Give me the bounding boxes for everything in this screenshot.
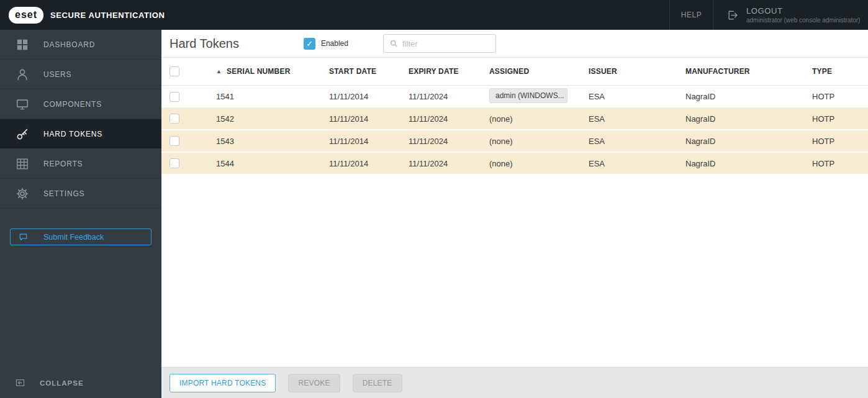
sidebar-item-label: HARD TOKENS: [43, 130, 102, 138]
logout-label: LOGOUT: [746, 6, 860, 16]
revoke-button[interactable]: REVOKE: [288, 374, 340, 392]
table-row[interactable]: 1543 11/11/2014 11/11/2024 (none) ESA Na…: [161, 130, 868, 153]
cell-type: HOTP: [812, 92, 868, 101]
cell-start-date: 11/11/2014: [329, 137, 409, 146]
table-header-row: ▲ SERIAL NUMBER START DATE EXPIRY DATE A…: [161, 57, 868, 86]
brand-area: eset SECURE AUTHENTICATION: [0, 0, 165, 30]
collapse-label: COLLAPSE: [40, 379, 84, 387]
enabled-filter-toggle[interactable]: ✓ Enabled: [304, 38, 348, 50]
monitor-icon: [15, 97, 30, 112]
sidebar-item-users[interactable]: USERS: [0, 60, 161, 89]
column-header-assigned[interactable]: ASSIGNED: [489, 67, 589, 76]
column-header-issuer[interactable]: ISSUER: [589, 67, 685, 76]
cell-issuer: ESA: [589, 92, 685, 101]
sidebar-item-label: USERS: [43, 70, 71, 79]
row-checkbox[interactable]: [170, 114, 179, 124]
sidebar-item-components[interactable]: COMPONENTS: [0, 89, 161, 119]
filter-search-box[interactable]: [383, 34, 496, 53]
cell-assigned: admin (WINDOWS...: [489, 88, 589, 105]
column-header-type[interactable]: TYPE: [812, 67, 868, 76]
table-row[interactable]: 1542 11/11/2014 11/11/2024 (none) ESA Na…: [161, 108, 868, 130]
reports-grid-icon: [15, 156, 30, 171]
cell-start-date: 11/11/2014: [329, 114, 409, 124]
sidebar-item-dashboard[interactable]: DASHBOARD: [0, 30, 161, 60]
cell-manufacturer: NagraID: [685, 137, 812, 146]
cell-serial-number: 1542: [216, 114, 329, 124]
enabled-label: Enabled: [321, 39, 348, 48]
logout-subtitle: administrator (web console administrator…: [746, 17, 860, 24]
cell-assigned: (none): [489, 159, 589, 168]
cell-issuer: ESA: [589, 159, 685, 168]
main-content: Hard Tokens ✓ Enabled ▲: [161, 30, 868, 398]
column-header-expiry-date[interactable]: EXPIRY DATE: [409, 67, 489, 76]
delete-button[interactable]: DELETE: [353, 374, 402, 392]
import-hard-tokens-button[interactable]: IMPORT HARD TOKENS: [170, 374, 276, 392]
cell-expiry-date: 11/11/2024: [409, 137, 489, 146]
search-icon: [389, 39, 398, 48]
cell-serial-number: 1543: [216, 137, 329, 146]
collapse-button[interactable]: COLLAPSE: [15, 378, 84, 389]
sort-ascending-icon: ▲: [216, 68, 222, 75]
cell-assigned: (none): [489, 137, 589, 146]
sidebar-item-label: COMPONENTS: [43, 100, 102, 109]
select-all-checkbox[interactable]: [170, 66, 179, 76]
gear-icon: [15, 186, 30, 201]
user-icon: [15, 67, 30, 82]
hard-tokens-table: ▲ SERIAL NUMBER START DATE EXPIRY DATE A…: [161, 57, 868, 175]
table-row[interactable]: 1541 11/11/2014 11/11/2024 admin (WINDOW…: [161, 86, 868, 108]
cell-manufacturer: NagraID: [685, 92, 812, 101]
app-title: SECURE AUTHENTICATION: [50, 11, 165, 20]
cell-manufacturer: NagraID: [685, 114, 812, 124]
app-window: eset SECURE AUTHENTICATION HELP LOGOUT a…: [0, 0, 868, 398]
cell-expiry-date: 11/11/2024: [409, 114, 489, 124]
cell-serial-number: 1544: [216, 159, 329, 168]
sidebar-item-label: DASHBOARD: [43, 40, 95, 49]
cell-issuer: ESA: [589, 137, 685, 146]
enabled-checkbox[interactable]: ✓: [304, 38, 315, 50]
cell-start-date: 11/11/2014: [329, 92, 409, 101]
column-header-serial-number[interactable]: ▲ SERIAL NUMBER: [216, 67, 329, 76]
table-row[interactable]: 1544 11/11/2014 11/11/2024 (none) ESA Na…: [161, 153, 868, 175]
sidebar-nav: DASHBOARD USERS COMPONENTS HARD TOKENS: [0, 30, 161, 209]
top-bar: eset SECURE AUTHENTICATION HELP LOGOUT a…: [0, 0, 868, 30]
sidebar-item-label: REPORTS: [43, 160, 83, 168]
cell-issuer: ESA: [589, 114, 685, 124]
row-checkbox[interactable]: [170, 92, 179, 102]
submit-feedback-button[interactable]: Submit Feedback: [10, 228, 151, 245]
row-checkbox[interactable]: [170, 136, 179, 146]
cell-manufacturer: NagraID: [685, 159, 812, 168]
row-checkbox[interactable]: [170, 158, 179, 168]
help-button[interactable]: HELP: [669, 0, 713, 30]
select-all-cell: [161, 66, 216, 76]
check-icon: ✓: [306, 39, 313, 48]
logout-button[interactable]: LOGOUT administrator (web console admini…: [713, 0, 868, 30]
sidebar-item-settings[interactable]: SETTINGS: [0, 179, 161, 209]
cell-start-date: 11/11/2014: [329, 159, 409, 168]
logout-text-block: LOGOUT administrator (web console admini…: [746, 6, 860, 24]
top-bar-right: HELP LOGOUT administrator (web console a…: [669, 0, 868, 30]
cell-type: HOTP: [812, 114, 868, 124]
page-title: Hard Tokens: [170, 37, 239, 51]
sidebar-item-label: SETTINGS: [43, 189, 84, 198]
column-header-start-date[interactable]: START DATE: [329, 67, 409, 76]
cell-expiry-date: 11/11/2024: [409, 159, 489, 168]
assigned-user-chip[interactable]: admin (WINDOWS...: [489, 88, 567, 103]
cell-assigned: (none): [489, 114, 589, 124]
sidebar-item-hard-tokens[interactable]: HARD TOKENS: [0, 119, 161, 149]
collapse-icon: [15, 378, 26, 389]
dashboard-icon: [15, 37, 30, 52]
column-header-manufacturer[interactable]: MANUFACTURER: [685, 67, 812, 76]
table-body: 1541 11/11/2014 11/11/2024 admin (WINDOW…: [161, 86, 868, 175]
action-bar: IMPORT HARD TOKENS REVOKE DELETE: [161, 367, 868, 398]
page-header: Hard Tokens ✓ Enabled: [161, 30, 868, 57]
filter-input[interactable]: [402, 39, 490, 48]
sidebar-item-reports[interactable]: REPORTS: [0, 149, 161, 179]
submit-feedback-label: Submit Feedback: [43, 233, 104, 242]
logout-icon: [727, 9, 739, 21]
key-icon: [15, 127, 30, 142]
cell-type: HOTP: [812, 159, 868, 168]
cell-type: HOTP: [812, 137, 868, 146]
column-label: SERIAL NUMBER: [227, 67, 290, 76]
cell-serial-number: 1541: [216, 92, 329, 101]
feedback-bubble-icon: [19, 232, 29, 242]
